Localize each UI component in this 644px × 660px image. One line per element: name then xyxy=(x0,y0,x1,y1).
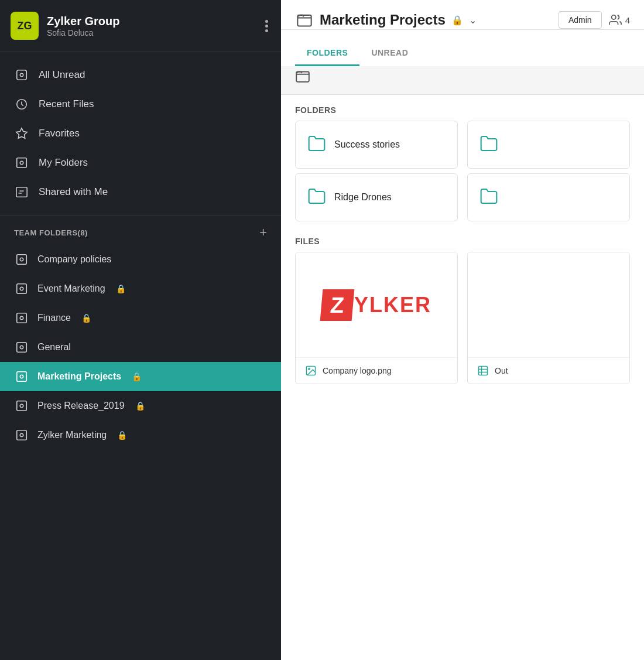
folders-section-label: FOLDERS xyxy=(281,95,644,121)
svg-point-14 xyxy=(20,316,23,320)
company-name: Zylker Group xyxy=(47,15,255,28)
nav-label-all-unread: All Unread xyxy=(39,69,85,81)
folder-label-event-marketing: Event Marketing xyxy=(37,283,105,294)
sidebar-item-favorites[interactable]: Favorites xyxy=(0,119,281,148)
sidebar: ZG Zylker Group Sofia Deluca All Unread … xyxy=(0,0,281,660)
members-badge: 4 xyxy=(609,13,630,26)
press-release-icon xyxy=(14,398,29,413)
success-stories-folder-icon xyxy=(307,134,326,155)
svg-rect-0 xyxy=(17,70,27,80)
folder-card-success-stories[interactable]: Success stories xyxy=(295,121,458,169)
ridge-drones-label: Ridge Drones xyxy=(334,192,392,203)
folder-card-partial-right-2[interactable] xyxy=(467,173,630,221)
svg-rect-13 xyxy=(17,313,27,323)
sidebar-item-company-policies[interactable]: Company policies xyxy=(0,245,281,274)
company-policies-icon xyxy=(14,252,29,267)
spreadsheet-file-icon xyxy=(477,365,489,377)
team-folders-header: TEAM FOLDERS(8) + xyxy=(0,216,281,245)
nav-label-favorites: Favorites xyxy=(39,128,80,139)
folder-label-marketing-projects: Marketing Projects xyxy=(37,371,121,382)
nav-label-my-folders: My Folders xyxy=(39,157,88,169)
svg-point-27 xyxy=(309,368,310,370)
svg-rect-23 xyxy=(297,15,311,26)
shared-with-me-icon xyxy=(14,184,29,200)
event-marketing-icon xyxy=(14,281,29,296)
recent-files-icon xyxy=(14,97,29,112)
svg-point-20 xyxy=(20,404,23,408)
tab-unread[interactable]: UNREAD xyxy=(359,40,420,66)
sidebar-item-general[interactable]: General xyxy=(0,333,281,362)
image-file-icon xyxy=(305,365,317,377)
user-name: Sofia Deluca xyxy=(47,28,255,37)
title-dropdown-chevron[interactable]: ⌄ xyxy=(469,15,477,26)
z-box: Z xyxy=(320,289,355,321)
file-card-out[interactable]: Out xyxy=(467,252,630,384)
zylker-logo-image: Z YLKER xyxy=(321,289,431,321)
members-icon xyxy=(609,13,622,26)
page-title: Marketing Projects xyxy=(320,12,446,28)
svg-rect-28 xyxy=(479,367,488,375)
favorites-icon xyxy=(14,126,29,141)
marketing-projects-lock-icon: 🔒 xyxy=(132,372,142,381)
team-folders-label: TEAM FOLDERS(8) xyxy=(14,228,88,237)
svg-rect-19 xyxy=(17,401,27,411)
folders-grid: Success stories xyxy=(281,121,644,173)
sidebar-item-shared-with-me[interactable]: Shared with Me xyxy=(0,177,281,207)
finance-lock-icon: 🔒 xyxy=(81,313,91,323)
ylker-text: YLKER xyxy=(354,293,431,317)
zylker-marketing-lock-icon: 🔒 xyxy=(117,430,127,440)
my-folders-icon xyxy=(14,155,29,170)
add-team-folder-button[interactable]: + xyxy=(259,226,267,239)
sidebar-item-marketing-projects[interactable]: Marketing Projects 🔒 xyxy=(0,362,281,391)
svg-point-24 xyxy=(611,15,615,19)
folder-card-ridge-drones[interactable]: Ridge Drones xyxy=(295,173,458,221)
success-stories-label: Success stories xyxy=(334,139,400,150)
tab-folders[interactable]: FOLDERS xyxy=(295,40,359,66)
folder-label-company-policies: Company policies xyxy=(37,254,111,265)
more-options-button[interactable] xyxy=(263,18,270,35)
marketing-projects-icon xyxy=(14,369,29,384)
out-filename: Out xyxy=(495,366,508,375)
ridge-drones-folder-icon xyxy=(307,187,326,208)
svg-rect-15 xyxy=(17,343,27,353)
file-card-company-logo[interactable]: Z YLKER Company logo.png xyxy=(295,252,458,384)
svg-rect-6 xyxy=(16,187,27,197)
sidebar-nav: All Unread Recent Files Favorites My Fol… xyxy=(0,52,281,216)
zylker-marketing-icon xyxy=(14,428,29,443)
file-thumbnail-out xyxy=(468,252,629,358)
nav-label-shared-with-me: Shared with Me xyxy=(39,186,108,198)
file-footer-company-logo: Company logo.png xyxy=(296,358,457,384)
sidebar-item-event-marketing[interactable]: Event Marketing 🔒 xyxy=(0,274,281,303)
press-release-lock-icon: 🔒 xyxy=(135,401,145,411)
sidebar-item-my-folders[interactable]: My Folders xyxy=(0,148,281,177)
svg-point-18 xyxy=(20,375,23,378)
folder-card-partial-right-1[interactable] xyxy=(467,121,630,169)
sidebar-item-all-unread[interactable]: All Unread xyxy=(0,60,281,90)
svg-point-1 xyxy=(20,73,23,77)
main-body: FOLDERS Success stories Ridge Drones xyxy=(281,60,644,660)
svg-rect-9 xyxy=(17,255,27,265)
sidebar-item-zylker-marketing[interactable]: Zylker Marketing 🔒 xyxy=(0,420,281,450)
folder-label-zylker-marketing: Zylker Marketing xyxy=(37,430,107,440)
files-section-label: FILES xyxy=(281,226,644,252)
toolbar-folder-icon xyxy=(295,69,310,86)
svg-rect-11 xyxy=(17,284,27,294)
svg-point-12 xyxy=(20,287,23,290)
svg-rect-17 xyxy=(17,372,27,382)
main-header-right: Admin 4 xyxy=(559,11,630,29)
sidebar-item-recent-files[interactable]: Recent Files xyxy=(0,90,281,119)
svg-point-16 xyxy=(20,346,23,349)
sidebar-item-finance[interactable]: Finance 🔒 xyxy=(0,303,281,333)
files-grid: Z YLKER Company logo.png Out xyxy=(281,252,644,389)
folder-label-press-release-2019: Press Release_2019 xyxy=(37,401,125,411)
general-icon xyxy=(14,340,29,355)
folders-grid-row2: Ridge Drones xyxy=(281,173,644,226)
sidebar-item-press-release-2019[interactable]: Press Release_2019 🔒 xyxy=(0,391,281,420)
main-content: Marketing Projects 🔒 ⌄ Admin 4 FOLDERS U… xyxy=(281,0,644,660)
svg-point-22 xyxy=(20,433,23,437)
main-header: Marketing Projects 🔒 ⌄ Admin 4 FOLDERS U… xyxy=(281,0,644,30)
svg-marker-3 xyxy=(16,128,27,138)
admin-button[interactable]: Admin xyxy=(559,11,602,29)
partial-folder-icon-2 xyxy=(479,187,498,208)
main-folder-icon xyxy=(295,11,314,29)
